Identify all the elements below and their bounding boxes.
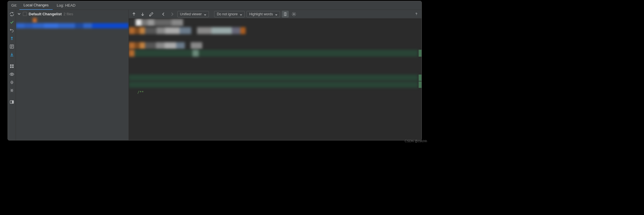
main-area: Default Changelist 2 files (8, 10, 422, 140)
back-icon[interactable] (160, 11, 167, 18)
git-prefix-label: Git: (9, 3, 19, 8)
svg-rect-4 (12, 66, 14, 68)
svg-rect-7 (12, 101, 14, 103)
ignore-label: Do not ignore (217, 12, 238, 16)
collapse-unchanged-icon[interactable] (282, 11, 289, 18)
file-item-selected[interactable] (16, 23, 128, 28)
diff-panel: Unified viewer Do not ignore Highlight w… (129, 10, 422, 140)
rollback-icon[interactable] (9, 27, 15, 34)
file-item[interactable] (16, 18, 128, 23)
svg-rect-2 (12, 64, 14, 66)
git-panel: Git: Local Changes Log: HEAD (8, 1, 422, 140)
forward-icon (169, 11, 176, 18)
viewer-dropdown[interactable]: Unified viewer (177, 11, 209, 17)
caret-icon (204, 13, 206, 15)
changelist-name: Default Changelist (29, 12, 62, 16)
git-tabbar: Git: Local Changes Log: HEAD (8, 1, 422, 10)
watermark: CSDN @csfchh (405, 139, 427, 143)
help-icon[interactable] (413, 11, 420, 18)
diff-toolbar: Unified viewer Do not ignore Highlight w… (129, 10, 422, 18)
ignore-dropdown[interactable]: Do not ignore (214, 11, 245, 17)
diff-body[interactable]: /** (129, 18, 422, 140)
svg-rect-3 (10, 66, 12, 68)
group-by-icon[interactable] (9, 63, 15, 69)
code-line (129, 19, 418, 26)
edit-icon[interactable] (148, 11, 155, 18)
center-area: Default Changelist 2 files (16, 10, 422, 140)
gear-icon[interactable] (290, 11, 297, 18)
shelve-icon[interactable] (9, 51, 15, 58)
caret-icon (275, 13, 277, 15)
changelist-count: 2 files (63, 12, 73, 16)
code-line (129, 27, 418, 34)
highlight-label: Highlight words (249, 12, 273, 16)
expand-all-icon[interactable] (9, 79, 15, 86)
code-line-added (129, 50, 418, 57)
chevron-down-icon[interactable] (17, 12, 21, 16)
caret-icon (240, 13, 242, 15)
svg-rect-1 (10, 64, 12, 66)
commit-icon[interactable] (9, 19, 15, 25)
gutter-added (419, 75, 422, 81)
svg-point-8 (293, 14, 295, 15)
viewer-label: Unified viewer (180, 12, 202, 16)
changelist-checkbox[interactable] (23, 12, 27, 16)
gutter-added (419, 81, 422, 88)
changelist-panel: Default Changelist 2 files (16, 10, 129, 140)
svg-point-5 (11, 74, 12, 75)
tab-local-changes[interactable]: Local Changes (19, 1, 53, 10)
highlight-dropdown[interactable]: Highlight words (246, 11, 280, 17)
changelist-items (16, 18, 128, 140)
next-diff-icon[interactable] (139, 11, 146, 18)
diff-icon[interactable] (9, 43, 15, 50)
preview-icon[interactable] (9, 71, 15, 77)
collapse-all-icon[interactable] (9, 87, 15, 94)
gutter-added (419, 50, 422, 57)
refresh-icon[interactable] (9, 11, 15, 17)
update-icon[interactable] (9, 35, 15, 42)
code-line (129, 42, 418, 49)
code-comment: /** (137, 90, 144, 94)
changelist-header[interactable]: Default Changelist 2 files (16, 10, 128, 18)
prev-diff-icon[interactable] (130, 11, 137, 18)
code-line-added (129, 75, 418, 81)
code-line-added (129, 81, 418, 88)
layout-icon[interactable] (9, 99, 15, 105)
tab-log-head[interactable]: Log: HEAD (53, 1, 80, 10)
left-toolbar (8, 10, 16, 140)
